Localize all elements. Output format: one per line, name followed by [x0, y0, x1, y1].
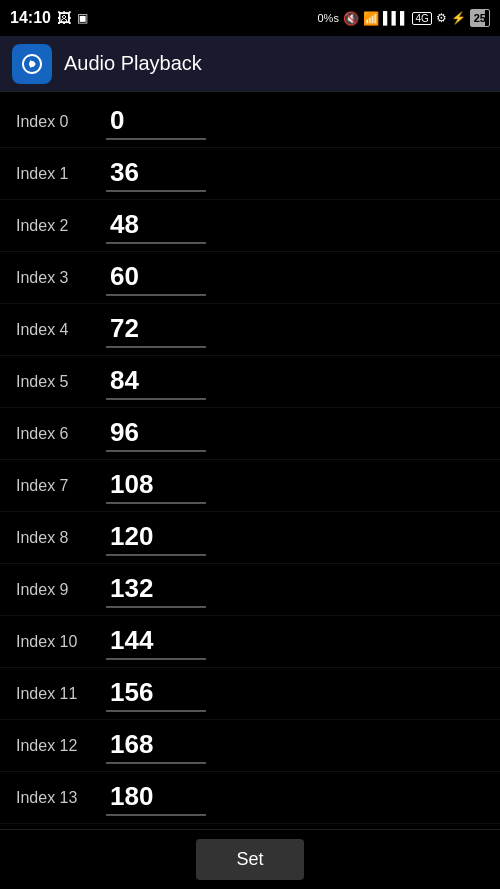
index-row: Index 8 — [0, 512, 500, 564]
status-bar-left: 14:10 🖼 ▣ — [10, 9, 88, 27]
index-label-6: Index 6 — [16, 425, 106, 443]
index-row: Index 6 — [0, 408, 500, 460]
4g-icon: 4G — [412, 12, 431, 25]
signal-text: 0%s — [317, 12, 338, 24]
index-row: Index 5 — [0, 356, 500, 408]
index-label-2: Index 2 — [16, 217, 106, 235]
app-header: Audio Playback — [0, 36, 500, 92]
index-label-11: Index 11 — [16, 685, 106, 703]
index-label-0: Index 0 — [16, 113, 106, 131]
app-title: Audio Playback — [64, 52, 202, 75]
index-row: Index 7 — [0, 460, 500, 512]
set-button[interactable]: Set — [196, 839, 303, 880]
index-input-0[interactable] — [106, 103, 206, 140]
wifi-icon: 📶 — [363, 11, 379, 26]
index-row: Index 4 — [0, 304, 500, 356]
index-row: Index 13 — [0, 772, 500, 824]
notification-icon: ▣ — [77, 11, 88, 25]
index-label-1: Index 1 — [16, 165, 106, 183]
status-bar: 14:10 🖼 ▣ 0%s 🔇 📶 ▌▌▌ 4G ⚙ ⚡ 25 — [0, 0, 500, 36]
index-label-8: Index 8 — [16, 529, 106, 547]
index-row: Index 12 — [0, 720, 500, 772]
index-row: Index 10 — [0, 616, 500, 668]
index-input-1[interactable] — [106, 155, 206, 192]
index-input-9[interactable] — [106, 571, 206, 608]
charging-icon: ⚡ — [451, 11, 466, 25]
index-label-10: Index 10 — [16, 633, 106, 651]
index-label-7: Index 7 — [16, 477, 106, 495]
index-row: Index 0 — [0, 96, 500, 148]
index-input-3[interactable] — [106, 259, 206, 296]
index-row: Index 1 — [0, 148, 500, 200]
index-row: Index 11 — [0, 668, 500, 720]
battery-icon: 25 — [470, 9, 490, 27]
index-row: Index 9 — [0, 564, 500, 616]
content-scroll[interactable]: Index 0Index 1Index 2Index 3Index 4Index… — [0, 92, 500, 829]
index-label-4: Index 4 — [16, 321, 106, 339]
status-time: 14:10 — [10, 9, 51, 27]
settings-icon: ⚙ — [436, 11, 447, 25]
index-input-5[interactable] — [106, 363, 206, 400]
battery-percent: 25 — [474, 12, 486, 24]
index-input-10[interactable] — [106, 623, 206, 660]
mute-icon: 🔇 — [343, 11, 359, 26]
index-row: Index 3 — [0, 252, 500, 304]
image-icon: 🖼 — [57, 10, 71, 26]
index-label-13: Index 13 — [16, 789, 106, 807]
index-label-12: Index 12 — [16, 737, 106, 755]
index-input-13[interactable] — [106, 779, 206, 816]
bottom-bar: Set — [0, 829, 500, 889]
index-input-2[interactable] — [106, 207, 206, 244]
index-input-12[interactable] — [106, 727, 206, 764]
index-label-5: Index 5 — [16, 373, 106, 391]
status-bar-right: 0%s 🔇 📶 ▌▌▌ 4G ⚙ ⚡ 25 — [317, 9, 490, 27]
audio-icon — [20, 52, 44, 76]
index-label-9: Index 9 — [16, 581, 106, 599]
app-icon — [12, 44, 52, 84]
index-label-3: Index 3 — [16, 269, 106, 287]
index-row: Index 2 — [0, 200, 500, 252]
index-input-11[interactable] — [106, 675, 206, 712]
signal-bars-icon: ▌▌▌ — [383, 11, 409, 25]
index-input-7[interactable] — [106, 467, 206, 504]
index-input-4[interactable] — [106, 311, 206, 348]
index-input-6[interactable] — [106, 415, 206, 452]
index-input-8[interactable] — [106, 519, 206, 556]
